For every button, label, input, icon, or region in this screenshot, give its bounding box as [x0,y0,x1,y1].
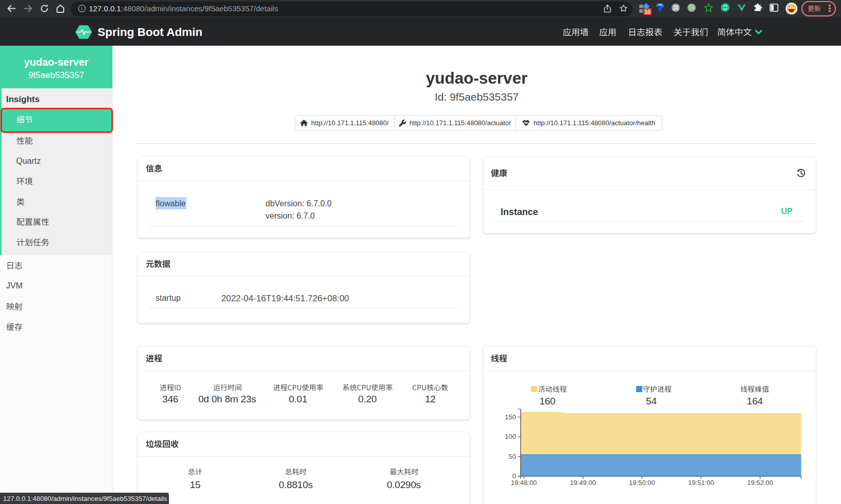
svg-text:10: 10 [644,9,651,15]
svg-text:19:50:00: 19:50:00 [629,479,655,487]
svg-text:150: 150 [505,413,516,421]
svg-text:19:49:00: 19:49:00 [570,479,596,487]
svg-text:19:52:00: 19:52:00 [747,479,773,487]
svg-text:19:48:00: 19:48:00 [511,479,537,487]
svg-text:100: 100 [505,433,516,440]
svg-text:19:51:00: 19:51:00 [688,479,714,487]
svg-text:50: 50 [509,453,516,460]
